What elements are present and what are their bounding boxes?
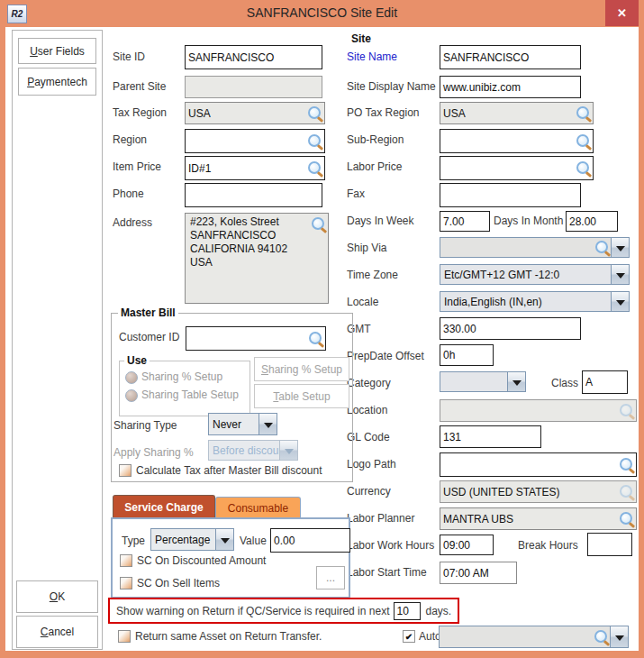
sc-type-combo[interactable]: Percentage — [150, 528, 234, 551]
chevron-down-icon[interactable] — [611, 265, 629, 284]
days-in-week-field[interactable]: 7.00 — [440, 211, 490, 232]
site-display-name-field[interactable]: www.unibiz.com — [440, 76, 581, 98]
search-icon[interactable] — [309, 332, 322, 344]
search-icon[interactable] — [594, 630, 607, 643]
use-group: Use Sharing % Setup Sharing Table Setup — [119, 361, 250, 416]
labor-start-time-field[interactable]: 07:00 AM — [440, 562, 517, 584]
qc-warning-text-before: Show warning on Return if QC/Service is … — [116, 605, 389, 617]
break-hours-field[interactable] — [587, 533, 632, 556]
site-name-label: Site Name — [347, 50, 397, 63]
site-id-field[interactable]: SANFRANCISCO — [185, 45, 322, 69]
paymentech-button[interactable]: Paymentech — [18, 68, 96, 96]
auto-swap-checkbox[interactable]: ✔ — [403, 630, 415, 643]
class-field[interactable]: A — [582, 370, 628, 394]
search-icon[interactable] — [620, 512, 632, 525]
time-zone-combo[interactable]: Etc/GMT+12 GMT -12:0 — [440, 264, 630, 285]
gl-code-field[interactable]: 131 — [440, 425, 541, 448]
dialog-window: R2 SANFRANCISCO Site Edit ✕ User Fields … — [0, 0, 644, 658]
region-field[interactable] — [185, 129, 325, 153]
phone-field[interactable] — [185, 183, 322, 207]
phone-label: Phone — [113, 187, 144, 200]
search-icon[interactable] — [308, 106, 321, 119]
sc-value-label: Value — [240, 535, 267, 547]
auto-swap-site-combo[interactable] — [439, 626, 629, 648]
gmt-field[interactable]: 330.00 — [440, 317, 581, 340]
ship-via-combo[interactable] — [440, 237, 630, 258]
search-icon[interactable] — [312, 217, 324, 230]
labor-start-time-label: Labor Start Time — [347, 566, 427, 579]
po-tax-region-label: PO Tax Region — [347, 106, 420, 119]
sc-discounted-checkbox[interactable] — [120, 554, 132, 567]
sharing-type-combo[interactable]: Never — [208, 413, 277, 435]
search-icon[interactable] — [620, 458, 632, 471]
break-hours-label: Break Hours — [518, 539, 578, 552]
chevron-down-icon[interactable] — [611, 238, 629, 257]
logo-path-label: Logo Path — [347, 458, 396, 471]
labor-work-hours-field[interactable]: 09:00 — [440, 535, 494, 555]
customer-id-field[interactable] — [186, 326, 326, 351]
labor-price-label: Labor Price — [347, 160, 402, 173]
labor-planner-field[interactable]: MANTRA UBS — [440, 507, 637, 530]
chevron-down-icon[interactable] — [215, 529, 233, 550]
region-label: Region — [113, 133, 147, 146]
category-label: Category — [347, 377, 391, 389]
chevron-down-icon[interactable] — [610, 626, 628, 647]
days-in-week-label: Days In Week — [347, 215, 413, 227]
search-icon[interactable] — [595, 241, 608, 253]
tab-service-charge[interactable]: Service Charge — [113, 495, 215, 518]
locale-combo[interactable]: India,English (IN,en) — [440, 291, 630, 312]
logo-path-field[interactable] — [440, 452, 637, 477]
close-icon: ✕ — [617, 6, 627, 20]
site-display-name-label: Site Display Name — [347, 80, 436, 93]
search-icon — [620, 485, 632, 498]
chevron-down-icon[interactable] — [507, 372, 525, 391]
prepdate-offset-field[interactable]: 0h — [440, 344, 494, 366]
search-icon — [620, 404, 632, 416]
sc-sell-items-checkbox[interactable] — [120, 577, 132, 589]
tax-region-label: Tax Region — [113, 106, 167, 119]
calc-tax-checkbox[interactable] — [119, 464, 132, 477]
sc-discounted-checkbox-label: SC On Discounted Amount — [137, 554, 266, 567]
calc-tax-checkbox-label: Calculate Tax after Master Bill discount — [136, 464, 322, 477]
prepdate-offset-label: PrepDate Offset — [347, 350, 424, 362]
qc-warning-days-field[interactable]: 10 — [394, 602, 421, 620]
search-icon[interactable] — [576, 106, 589, 119]
sub-region-field[interactable] — [440, 129, 594, 153]
po-tax-region-field[interactable]: USA — [440, 102, 594, 124]
sharing-table-radio — [125, 389, 138, 402]
labor-price-field[interactable] — [440, 156, 594, 180]
chevron-down-icon[interactable] — [259, 414, 277, 434]
tax-region-field[interactable]: USA — [185, 102, 325, 124]
ok-button[interactable]: OK — [16, 580, 98, 613]
search-icon[interactable] — [308, 161, 321, 174]
more-options-button[interactable]: ... — [316, 566, 345, 589]
use-group-title: Use — [124, 354, 150, 367]
sc-value-field[interactable]: 0.00 — [270, 528, 350, 553]
search-icon[interactable] — [308, 134, 321, 147]
fax-field[interactable] — [440, 183, 581, 207]
item-price-field[interactable]: ID#1 — [185, 156, 325, 180]
search-icon[interactable] — [576, 134, 589, 147]
qc-warning-text-after: days. — [425, 605, 451, 617]
service-charge-panel: Type Percentage Value 0.00 SC On Discoun… — [111, 517, 350, 599]
window-title: SANFRANCISCO Site Edit — [0, 5, 644, 20]
return-same-asset-checkbox[interactable] — [118, 630, 131, 643]
search-icon[interactable] — [576, 161, 589, 174]
category-combo[interactable] — [440, 371, 526, 392]
cancel-button[interactable]: Cancel — [16, 616, 98, 648]
tab-consumable[interactable]: Consumable — [215, 497, 301, 518]
gl-code-label: GL Code — [347, 431, 390, 443]
site-name-field[interactable]: SANFRANCISCO — [440, 45, 581, 69]
title-bar[interactable]: R2 SANFRANCISCO Site Edit ✕ — [0, 0, 644, 27]
user-fields-button[interactable]: User Fields — [18, 38, 96, 64]
address-field[interactable]: #223, Koles Street SANFRANCISCO CALIFORN… — [185, 213, 329, 304]
sharing-type-label: Sharing Type — [113, 419, 177, 432]
close-button[interactable]: ✕ — [605, 0, 639, 26]
check-icon: ✔ — [405, 632, 413, 642]
days-in-month-field[interactable]: 28.00 — [566, 211, 618, 232]
sharing-table-radio-label: Sharing Table Setup — [141, 388, 239, 401]
time-zone-label: Time Zone — [347, 269, 398, 281]
chevron-down-icon[interactable] — [611, 292, 629, 311]
apply-sharing-combo: Before discount — [208, 440, 298, 461]
site-id-label: Site ID — [113, 50, 145, 63]
